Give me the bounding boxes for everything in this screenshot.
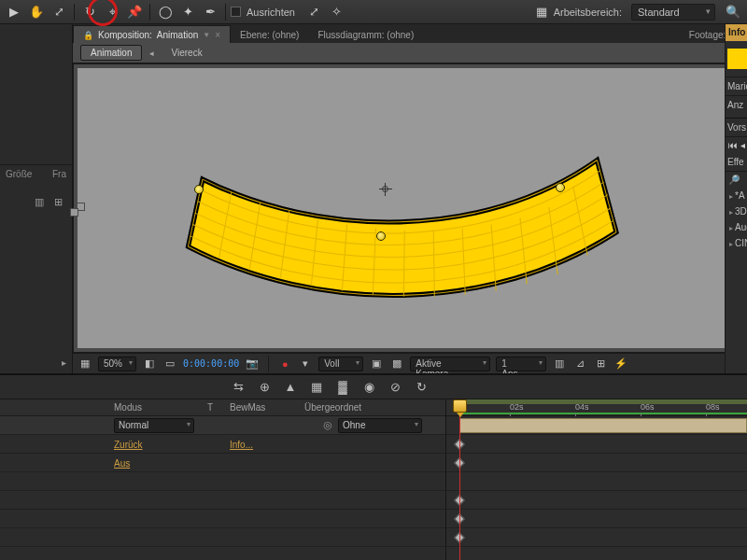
breadcrumb-active[interactable]: Animation bbox=[80, 45, 142, 61]
tl-tool-icon[interactable]: ⇆ bbox=[230, 379, 247, 396]
mario-label: Mario bbox=[726, 77, 747, 96]
camera-dropdown[interactable]: Aktive Kamera bbox=[410, 357, 490, 371]
hand-tool-icon[interactable]: ✋ bbox=[26, 3, 47, 21]
shape-tool-icon[interactable]: ✦ bbox=[177, 3, 198, 21]
grid-toggle-icon[interactable]: ▦ bbox=[78, 357, 92, 371]
project-item-row[interactable]: ▥ ⊞ bbox=[0, 183, 72, 220]
preview-controls: ⏮ ◂ bbox=[726, 137, 747, 153]
selection-tool-icon[interactable]: ▶ bbox=[4, 3, 24, 21]
snap-checkbox[interactable] bbox=[231, 7, 241, 17]
frame-handle[interactable] bbox=[70, 208, 78, 217]
property-track[interactable] bbox=[446, 472, 747, 491]
property-row-links: Zurück Info... bbox=[0, 435, 445, 454]
effects-panel-tab[interactable]: Effe bbox=[726, 153, 747, 172]
parent-dropdown[interactable]: Ohne bbox=[338, 418, 422, 433]
camera-tool-icon[interactable]: ⌖ bbox=[102, 3, 122, 21]
channel-icon[interactable]: ● bbox=[277, 357, 292, 371]
tab-flowchart[interactable]: Flussdiagramm: (ohne) bbox=[308, 25, 423, 43]
fx-category[interactable]: Auc bbox=[726, 219, 747, 235]
ruler-tick: 08s bbox=[706, 402, 720, 412]
pickwhip-icon[interactable]: ◎ bbox=[323, 419, 332, 431]
zoom-dropdown[interactable]: 50% bbox=[98, 357, 136, 371]
property-track[interactable] bbox=[446, 435, 747, 454]
link-out[interactable]: Aus bbox=[114, 458, 130, 469]
tab-dropdown-icon[interactable]: ▼ bbox=[203, 31, 210, 39]
puppet-pin[interactable] bbox=[556, 183, 565, 192]
fx-category[interactable]: 3D- bbox=[726, 203, 747, 219]
fx-category[interactable]: CIN bbox=[726, 235, 747, 251]
layer-track[interactable] bbox=[446, 416, 747, 435]
layer-bar[interactable] bbox=[459, 418, 747, 433]
link-info[interactable]: Info... bbox=[230, 440, 253, 450]
mask-tool-icon[interactable]: ◯ bbox=[155, 3, 176, 21]
tab-composition[interactable]: 🔒 Komposition: Animation ▼ × bbox=[73, 25, 231, 43]
panel-expand-icon[interactable]: ▸ bbox=[0, 352, 72, 373]
preview-panel-tab[interactable]: Vors bbox=[726, 119, 747, 137]
playhead-line[interactable] bbox=[459, 399, 460, 560]
tl-tool-icon[interactable]: ⊕ bbox=[256, 379, 273, 396]
first-frame-icon[interactable]: ⏮ bbox=[728, 140, 738, 150]
time-ruler[interactable]: 02s 04s 06s 08s bbox=[446, 399, 747, 416]
composition-viewport[interactable]: ➤ bbox=[78, 68, 741, 348]
search-icon[interactable]: 🔍 bbox=[723, 3, 743, 21]
viewport-wrap: ➤ bbox=[73, 63, 746, 353]
view-opt1-icon[interactable]: ▥ bbox=[552, 357, 567, 371]
resolution-dropdown[interactable]: Voll bbox=[318, 357, 363, 371]
tl-tool-icon[interactable]: ▓ bbox=[334, 379, 351, 396]
puppet-pin[interactable] bbox=[194, 185, 204, 194]
prev-frame-icon[interactable]: ◂ bbox=[740, 140, 745, 150]
property-track[interactable] bbox=[446, 528, 747, 547]
pen-tool-icon[interactable]: ✒ bbox=[200, 3, 220, 21]
tl-tool-icon[interactable]: ◉ bbox=[360, 379, 377, 396]
breadcrumb-item[interactable]: Viereck bbox=[162, 46, 211, 60]
link-info-label: Info... bbox=[230, 440, 253, 450]
timecode-display[interactable]: 0:00:00:00 bbox=[183, 358, 239, 369]
lock-icon: 🔒 bbox=[83, 31, 93, 40]
views-dropdown[interactable]: 1 Ans... bbox=[496, 357, 546, 371]
snapshot-icon[interactable]: 📷 bbox=[245, 357, 260, 371]
anz-label: Anz bbox=[726, 96, 747, 119]
tl-tool-icon[interactable]: ↻ bbox=[413, 379, 430, 396]
fx-category[interactable]: *A bbox=[726, 188, 747, 203]
current-time-indicator[interactable] bbox=[453, 399, 467, 413]
link-back[interactable]: Zurück bbox=[114, 440, 143, 450]
effects-search[interactable]: 🔎 bbox=[726, 172, 747, 188]
property-track[interactable] bbox=[446, 510, 747, 528]
aspect-icon[interactable]: ◧ bbox=[142, 357, 157, 371]
rotate-tool-icon[interactable]: ↻ bbox=[79, 3, 100, 21]
channel-menu-icon[interactable]: ▾ bbox=[298, 357, 313, 371]
toolbar-separator bbox=[74, 4, 75, 21]
info-panel-tab[interactable]: Info bbox=[726, 24, 747, 41]
property-track[interactable] bbox=[446, 454, 747, 472]
tl-tool-icon[interactable]: ⊘ bbox=[387, 379, 403, 396]
col-parent-label: Übergeordnet bbox=[304, 402, 445, 413]
ruler-icon[interactable]: ▭ bbox=[162, 357, 177, 371]
snap-opt1-icon[interactable]: ⤢ bbox=[304, 3, 325, 21]
view-opt3-icon[interactable]: ⊞ bbox=[593, 357, 608, 371]
workspace-dropdown[interactable]: Standard bbox=[631, 4, 715, 21]
tab-close-icon[interactable]: × bbox=[215, 30, 220, 40]
transparency-icon[interactable]: ▩ bbox=[389, 357, 404, 371]
blend-mode-dropdown[interactable]: Normal bbox=[114, 418, 194, 433]
workspace-icon[interactable]: ▦ bbox=[531, 3, 552, 21]
puppet-pin[interactable] bbox=[376, 231, 386, 241]
tl-tool-icon[interactable]: ▲ bbox=[282, 379, 299, 396]
footer-sep bbox=[268, 356, 269, 372]
region-icon[interactable]: ▣ bbox=[369, 357, 384, 371]
layer-row[interactable]: Normal ◎ Ohne bbox=[0, 416, 445, 435]
tab-layer[interactable]: Ebene: (ohne) bbox=[231, 25, 308, 43]
zoom-tool-icon[interactable]: ⤢ bbox=[49, 3, 69, 21]
work-area-bar[interactable] bbox=[459, 399, 747, 404]
fast-preview-icon[interactable]: ⚡ bbox=[613, 357, 628, 371]
timeline-tracks[interactable]: 02s 04s 06s 08s bbox=[446, 399, 747, 560]
property-track[interactable] bbox=[446, 491, 747, 510]
tl-tool-icon[interactable]: ▦ bbox=[308, 379, 325, 396]
puppet-pin-tool-icon[interactable]: 📌 bbox=[124, 3, 145, 21]
selection-handle[interactable] bbox=[78, 203, 85, 211]
view-opt2-icon[interactable]: ⊿ bbox=[572, 357, 587, 371]
link-back-label: Zurück bbox=[114, 440, 143, 450]
timeline-columns-header: Modus T BewMas Übergeordnet bbox=[0, 399, 445, 416]
snap-opt2-icon[interactable]: ✧ bbox=[327, 3, 347, 21]
layer-anchor-icon[interactable] bbox=[379, 183, 392, 196]
snap-label: Ausrichten bbox=[247, 7, 295, 18]
